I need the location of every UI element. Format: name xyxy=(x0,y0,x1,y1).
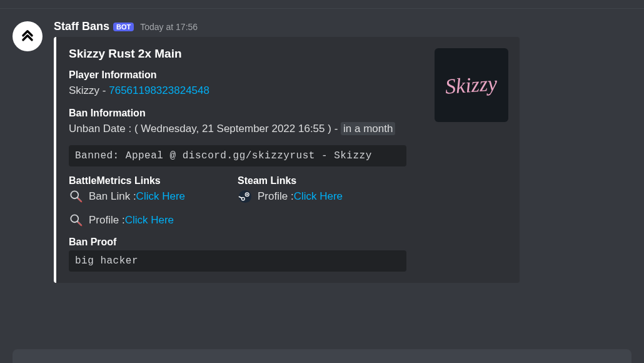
field-heading-ban: Ban Information xyxy=(69,108,406,119)
bm-ban-label: Ban Link : xyxy=(89,190,136,203)
player-prefix: Skizzy - xyxy=(69,84,109,96)
embed: Skizzy Skizzy Rust 2x Main Player Inform… xyxy=(54,37,520,283)
chevrons-up-icon xyxy=(19,28,36,45)
magnifier-icon xyxy=(69,213,84,228)
bm-ban-line: Ban Link : Click Here xyxy=(69,189,238,204)
discord-message: Staff Bans BOT Today at 17:56 Skizzy Ski… xyxy=(0,9,644,283)
relative-time-chip: in a month xyxy=(341,122,395,135)
ban-middle: ) - xyxy=(325,123,341,135)
proof-code-block: big hacker xyxy=(69,250,406,272)
bm-profile-link[interactable]: Click Here xyxy=(125,214,174,227)
banned-code-block: Banned: Appeal @ discord.gg/skizzyrust -… xyxy=(69,145,406,166)
player-info-line: Skizzy - 76561198323824548 xyxy=(69,83,406,99)
steam-profile-line: Profile : Click Here xyxy=(238,189,406,204)
message-timestamp: Today at 17:56 xyxy=(140,22,198,32)
embed-title: Skizzy Rust 2x Main xyxy=(69,47,406,61)
steam-profile-link[interactable]: Click Here xyxy=(294,190,343,203)
svg-point-3 xyxy=(239,190,251,203)
avatar[interactable] xyxy=(13,21,43,51)
bot-badge: BOT xyxy=(113,23,134,31)
field-heading-proof: Ban Proof xyxy=(69,237,406,248)
ban-info-line: Unban Date : ( Wednesday, 21 September 2… xyxy=(69,121,406,137)
svg-line-2 xyxy=(78,198,82,202)
embed-thumbnail[interactable]: Skizzy xyxy=(435,48,508,122)
field-heading-steam: Steam Links xyxy=(238,175,406,187)
message-input-bar[interactable] xyxy=(13,349,631,363)
bm-ban-link[interactable]: Click Here xyxy=(136,190,185,203)
svg-point-0 xyxy=(71,192,78,199)
ban-prefix: Unban Date : ( xyxy=(69,123,141,135)
svg-line-9 xyxy=(78,222,82,226)
author-name[interactable]: Staff Bans xyxy=(54,20,109,33)
svg-point-7 xyxy=(71,215,78,223)
bm-profile-label: Profile : xyxy=(89,214,125,227)
ban-date: Wednesday, 21 September 2022 16:55 xyxy=(141,123,325,135)
field-heading-bm: BattleMetrics Links xyxy=(69,175,238,187)
svg-point-5 xyxy=(246,194,248,196)
thumbnail-text: Skizzy xyxy=(445,71,498,99)
player-id-link[interactable]: 76561198323824548 xyxy=(109,84,209,96)
magnifier-icon xyxy=(69,189,84,204)
steam-profile-label: Profile : xyxy=(258,190,294,203)
field-heading-player: Player Information xyxy=(69,69,406,81)
bm-profile-line: Profile : Click Here xyxy=(69,213,406,228)
steam-icon xyxy=(238,189,253,204)
